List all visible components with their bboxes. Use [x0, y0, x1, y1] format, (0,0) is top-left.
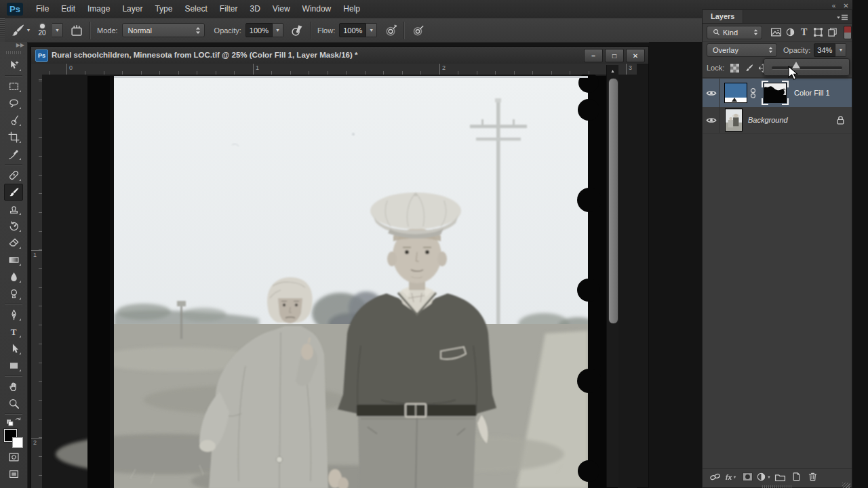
menu-file[interactable]: File — [30, 0, 55, 18]
layer-row-background[interactable]: Background — [703, 107, 852, 134]
lasso-tool[interactable] — [4, 95, 23, 112]
scrollbar-thumb[interactable] — [608, 78, 618, 324]
layer-filter-row: Kind T — [703, 23, 852, 42]
filter-smart-objects-icon[interactable] — [825, 26, 840, 39]
options-grip[interactable] — [0, 18, 5, 42]
layer-name[interactable]: Background — [748, 116, 788, 124]
airbrush-toggle-icon[interactable] — [382, 22, 399, 39]
blend-mode-select[interactable]: Normal — [122, 23, 205, 37]
crop-tool[interactable] — [4, 129, 23, 146]
color-fill-thumbnail[interactable] — [724, 83, 747, 103]
horizontal-ruler[interactable]: 0 1 2 3 — [42, 64, 637, 75]
layer-visibility-toggle[interactable] — [703, 79, 720, 107]
scrollbar-up-arrow[interactable]: ▲ — [608, 66, 618, 75]
link-layers-icon[interactable] — [707, 471, 723, 483]
mode-label: Mode: — [97, 26, 118, 35]
layer-styles-icon[interactable]: fx▼ — [723, 471, 739, 483]
new-layer-icon[interactable] — [788, 471, 804, 483]
document-close-button[interactable]: ✕ — [626, 49, 645, 62]
filter-adjustment-layers-icon[interactable] — [783, 26, 797, 39]
delete-layer-icon[interactable] — [804, 471, 821, 483]
filter-shape-layers-icon[interactable] — [811, 26, 825, 39]
filter-pixel-layers-icon[interactable] — [769, 26, 783, 39]
menu-view[interactable]: View — [267, 0, 296, 18]
filter-type-layers-icon[interactable]: T — [797, 26, 811, 39]
clone-stamp-tool[interactable] — [4, 201, 23, 218]
hand-tool[interactable] — [4, 378, 23, 395]
layer-name[interactable]: Color Fill 1 — [794, 89, 830, 97]
panel-grip[interactable] — [762, 485, 792, 488]
rectangle-tool[interactable] — [4, 357, 23, 374]
brush-tool[interactable] — [4, 184, 23, 201]
tab-layers[interactable]: Layers — [703, 10, 743, 23]
dodge-tool[interactable] — [4, 285, 23, 302]
layer-opacity-dropdown[interactable]: ▼ — [835, 43, 846, 57]
new-group-icon[interactable] — [772, 471, 788, 483]
menu-filter[interactable]: Filter — [214, 0, 244, 18]
layer-blend-mode-select[interactable]: Overlay — [707, 43, 777, 57]
rectangular-marquee-tool[interactable] — [4, 78, 23, 95]
new-adjustment-layer-icon[interactable]: ▼ — [755, 471, 772, 483]
opacity-value-field[interactable]: 100% — [245, 23, 273, 37]
panel-menu-icon[interactable] — [835, 12, 849, 21]
layer-opacity-value[interactable]: 34% — [814, 43, 835, 57]
eraser-tool[interactable] — [4, 235, 23, 251]
brush-tool-preset-icon[interactable]: ▼ — [9, 23, 32, 38]
tools-grip[interactable] — [6, 51, 21, 54]
menu-select[interactable]: Select — [178, 0, 213, 18]
spot-healing-brush-tool[interactable] — [4, 167, 23, 184]
document-minimize-button[interactable]: – — [584, 49, 603, 62]
pen-tool[interactable] — [4, 306, 23, 323]
tools-panel: ▶▶ T — [0, 42, 28, 488]
menu-type[interactable]: Type — [149, 0, 178, 18]
eyedropper-tool[interactable] — [4, 146, 23, 163]
brush-size-preset[interactable]: 20 — [32, 21, 52, 40]
menu-help[interactable]: Help — [337, 0, 366, 18]
opacity-dropdown-button[interactable]: ▼ — [273, 23, 283, 37]
flow-dropdown-button[interactable]: ▼ — [366, 23, 377, 37]
filter-kind-select[interactable]: Kind — [707, 26, 762, 39]
layer-mask-thumbnail[interactable] — [762, 81, 789, 105]
brush-preset-dropdown-button[interactable]: ▼ — [52, 23, 63, 37]
mask-link-icon[interactable] — [750, 87, 756, 99]
layer-filtering-toggle[interactable] — [844, 26, 852, 39]
menu-edit[interactable]: Edit — [55, 0, 81, 18]
opacity-slider-track[interactable] — [772, 66, 842, 70]
move-tool[interactable] — [4, 57, 23, 74]
layer-visibility-toggle[interactable] — [703, 107, 720, 133]
pressure-size-icon[interactable] — [410, 22, 426, 39]
background-thumbnail[interactable] — [725, 108, 743, 131]
zoom-tool[interactable] — [4, 395, 23, 412]
screen-mode-button[interactable] — [4, 466, 23, 483]
quick-selection-tool[interactable] — [4, 112, 23, 129]
toggle-brush-panel-button[interactable] — [68, 22, 85, 39]
canvas-area[interactable] — [42, 75, 637, 488]
quick-mask-button[interactable] — [4, 449, 23, 466]
history-brush-tool[interactable] — [4, 218, 23, 235]
lock-label: Lock: — [707, 64, 724, 72]
path-selection-tool[interactable] — [4, 340, 23, 357]
gradient-tool[interactable] — [4, 251, 23, 268]
menu-3d[interactable]: 3D — [243, 0, 266, 18]
default-and-swap-colors[interactable] — [4, 416, 23, 427]
menu-layer[interactable]: Layer — [116, 0, 149, 18]
vertical-scrollbar[interactable]: ▲ — [606, 65, 618, 487]
document-title-bar[interactable]: Ps Rural schoolchildren, Minnesota from … — [31, 47, 648, 64]
document-maximize-button[interactable]: □ — [605, 49, 624, 62]
type-tool[interactable]: T — [4, 323, 23, 340]
panel-resize-grip[interactable] — [842, 483, 850, 488]
pressure-opacity-icon[interactable] — [289, 22, 305, 39]
lock-pixels-icon[interactable] — [743, 62, 755, 74]
layer-row-color-fill-1[interactable]: Color Fill 1 — [703, 79, 852, 108]
menu-window[interactable]: Window — [296, 0, 338, 18]
blur-tool[interactable] — [4, 268, 23, 285]
lock-transparency-icon[interactable] — [728, 62, 741, 74]
tools-collapse-icon[interactable]: ▶▶ — [0, 42, 27, 49]
background-color-swatch[interactable] — [12, 437, 23, 448]
menu-image[interactable]: Image — [81, 0, 116, 18]
flow-value-field[interactable]: 100% — [339, 23, 366, 37]
add-layer-mask-icon[interactable] — [739, 471, 755, 483]
canvas-photo[interactable] — [42, 75, 637, 488]
ruler-corner — [31, 64, 43, 75]
vertical-ruler[interactable]: 1 2 — [31, 75, 43, 488]
